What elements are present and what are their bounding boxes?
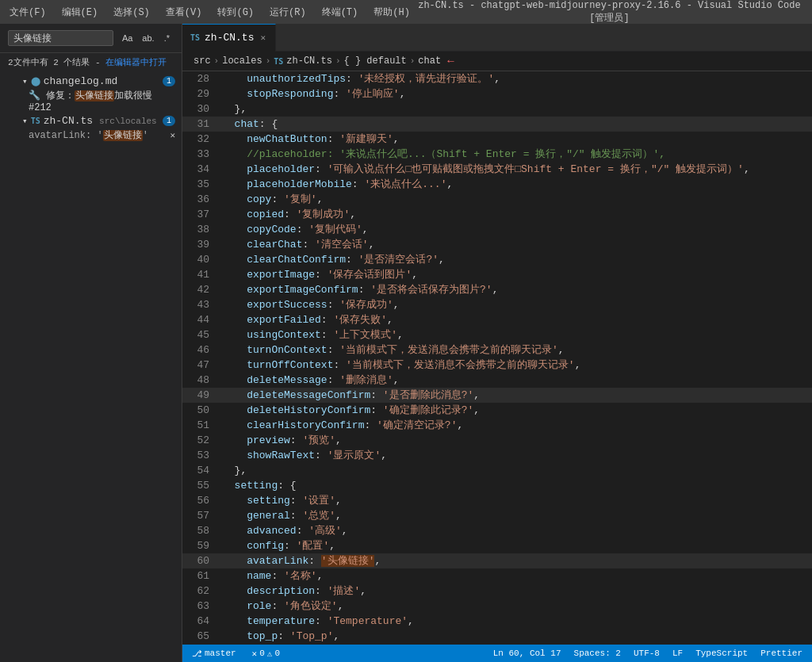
zhcn-result-line[interactable]: avatarLink: '头像链接' ✕ (0, 128, 182, 143)
code-line-43: 43 exportSuccess: '保存成功', (182, 297, 812, 312)
code-line-33: 33 //placeholder: '来说点什么吧...（Shift + Ent… (182, 147, 812, 162)
line-number: 54 (182, 463, 222, 478)
spaces-status[interactable]: Spaces: 2 (571, 649, 624, 658)
menu-terminal[interactable]: 终端(T) (319, 4, 362, 21)
titlebar-menu[interactable]: 文件(F) 编辑(E) 选择(S) 查看(V) 转到(G) 运行(R) 终端(T… (6, 4, 413, 21)
zhcn-filename: zh-CN.ts (44, 115, 93, 127)
line-content: copyCode: '复制代码', (222, 222, 812, 237)
line-number: 38 (182, 222, 222, 237)
git-branch-label: master (205, 649, 236, 658)
search-input[interactable] (13, 33, 108, 44)
encoding-label: UTF-8 (634, 649, 660, 658)
tab-zhcn[interactable]: TS zh-CN.ts ✕ (182, 24, 276, 52)
changelog-result-line[interactable]: 🔧 修复：头像链接加载很慢 #212 (0, 88, 182, 114)
code-line-57: 57 general: '总览', (182, 508, 812, 523)
prettier-label: Prettier (760, 649, 802, 658)
changelog-filename: changelog.md (44, 75, 118, 87)
code-line-30: 30 }, (182, 101, 812, 117)
menu-view[interactable]: 查看(V) (163, 4, 205, 21)
line-number: 29 (182, 86, 222, 101)
line-number: 60 (182, 553, 222, 568)
line-number: 43 (182, 297, 222, 312)
code-editor[interactable]: 28 unauthorizedTips: '未经授权，请先进行验证。', 29 … (182, 71, 812, 645)
line-number: 53 (182, 448, 222, 463)
line-content: turnOnContext: '当前模式下，发送消息会携带之前的聊天记录', (222, 342, 812, 358)
line-content: placeholder: '可输入说点什么□也可贴截图或拖拽文件□Shift +… (222, 162, 812, 177)
line-number: 47 (182, 358, 222, 373)
match-case-button[interactable]: Aa (118, 32, 136, 44)
language-status[interactable]: TypeScript (692, 649, 751, 658)
breadcrumb-default[interactable]: { } default (344, 55, 407, 67)
menu-goto[interactable]: 转到(G) (214, 4, 257, 21)
markdown-file-icon: ⬤ (31, 76, 40, 86)
line-number: 62 (182, 584, 222, 599)
match-highlight: 头像链接 (75, 90, 114, 101)
line-content: unauthorizedTips: '未经授权，请先进行验证。', (222, 71, 812, 86)
file-tree: ▾ ⬤ changelog.md 1 🔧 修复：头像链接加载很慢 #212 ▾ … (0, 71, 182, 662)
line-content: clearChatConfirm: '是否清空会话?', (222, 252, 812, 267)
line-number: 36 (182, 192, 222, 207)
line-content: chat: { (222, 117, 812, 132)
line-content: copy: '复制', (222, 192, 812, 207)
status-bar: ⎇ master ✕ 0 ⚠ 0 Ln 60, Col 17 Spaces: 2… (182, 645, 812, 662)
warning-icon: ⚠ (267, 649, 273, 659)
git-branch-status[interactable]: ⎇ master (189, 649, 239, 659)
line-content: stopResponding: '停止响应', (222, 86, 812, 101)
search-input-wrapper[interactable] (8, 30, 113, 46)
line-number: 33 (182, 147, 222, 162)
tree-item-zhcn[interactable]: ▾ TS zh-CN.ts src\locales 1 (0, 114, 182, 128)
breadcrumb-src[interactable]: src (193, 55, 211, 67)
line-number: 63 (182, 599, 222, 614)
menu-select[interactable]: 选择(S) (110, 4, 153, 21)
search-options: Aa ab. .* (118, 32, 174, 44)
line-number: 64 (182, 614, 222, 629)
line-content: exportFailed: '保存失败', (222, 312, 812, 327)
code-line-28: 28 unauthorizedTips: '未经授权，请先进行验证。', (182, 71, 812, 86)
line-number: 37 (182, 207, 222, 222)
tree-item-changelog[interactable]: ▾ ⬤ changelog.md 1 (0, 75, 182, 88)
prettier-status[interactable]: Prettier (757, 649, 806, 658)
code-line-52: 52 preview: '预览', (182, 433, 812, 448)
line-content: advanced: '高级', (222, 523, 812, 538)
menu-run[interactable]: 运行(R) (266, 4, 309, 21)
line-content: clearChat: '清空会话', (222, 237, 812, 252)
zhcn-path: src\locales (99, 117, 157, 126)
line-content: role: '角色设定', (222, 599, 812, 614)
breadcrumb-file[interactable]: zh-CN.ts (286, 55, 332, 67)
line-content: clearHistoryConfirm: '确定清空记录?', (222, 418, 812, 433)
menu-file[interactable]: 文件(F) (6, 4, 49, 21)
match-word-button[interactable]: ab. (138, 32, 158, 44)
breadcrumb-sep1: › (214, 56, 220, 66)
menu-edit[interactable]: 编辑(E) (59, 4, 102, 21)
line-content: exportSuccess: '保存成功', (222, 297, 812, 312)
breadcrumb-locales[interactable]: locales (222, 55, 262, 67)
line-col-status[interactable]: Ln 60, Col 17 (490, 649, 565, 658)
line-content: deleteHistoryConfirm: '确定删除此记录?', (222, 403, 812, 418)
breadcrumb-chat[interactable]: chat (418, 55, 441, 67)
line-content: usingContext: '上下文模式', (222, 327, 812, 342)
ts-breadcrumb-icon: TS (274, 57, 283, 66)
line-number: 30 (182, 101, 222, 117)
close-result-icon[interactable]: ✕ (170, 130, 175, 140)
code-line-50: 50 deleteHistoryConfirm: '确定删除此记录?', (182, 403, 812, 418)
code-line-47: 47 turnOffContext: '当前模式下，发送消息不会携带之前的聊天记… (182, 358, 812, 373)
line-ending-status[interactable]: LF (669, 649, 686, 658)
tab-close-button[interactable]: ✕ (259, 32, 267, 44)
line-number: 59 (182, 538, 222, 553)
open-in-editor-link[interactable]: 在编辑器中打开 (105, 58, 167, 67)
code-line-36: 36 copy: '复制', (182, 192, 812, 207)
code-line-46: 46 turnOnContext: '当前模式下，发送消息会携带之前的聊天记录'… (182, 342, 812, 358)
line-number: 41 (182, 267, 222, 282)
code-line-59: 59 config: '配置', (182, 538, 812, 553)
code-line-51: 51 clearHistoryConfirm: '确定清空记录?', (182, 418, 812, 433)
titlebar-title: zh-CN.ts - chatgpt-web-midjourney-proxy-… (413, 0, 806, 25)
regex-button[interactable]: .* (160, 32, 174, 44)
code-line-40: 40 clearChatConfirm: '是否清空会话?', (182, 252, 812, 267)
line-content: copied: '复制成功', (222, 207, 812, 222)
errors-status[interactable]: ✕ 0 ⚠ 0 (249, 649, 283, 659)
encoding-status[interactable]: UTF-8 (630, 649, 663, 658)
code-line-35: 35 placeholderMobile: '来说点什么...', (182, 177, 812, 192)
line-content: setting: { (222, 478, 812, 493)
menu-help[interactable]: 帮助(H) (370, 4, 413, 21)
line-content: deleteMessage: '删除消息', (222, 373, 812, 388)
